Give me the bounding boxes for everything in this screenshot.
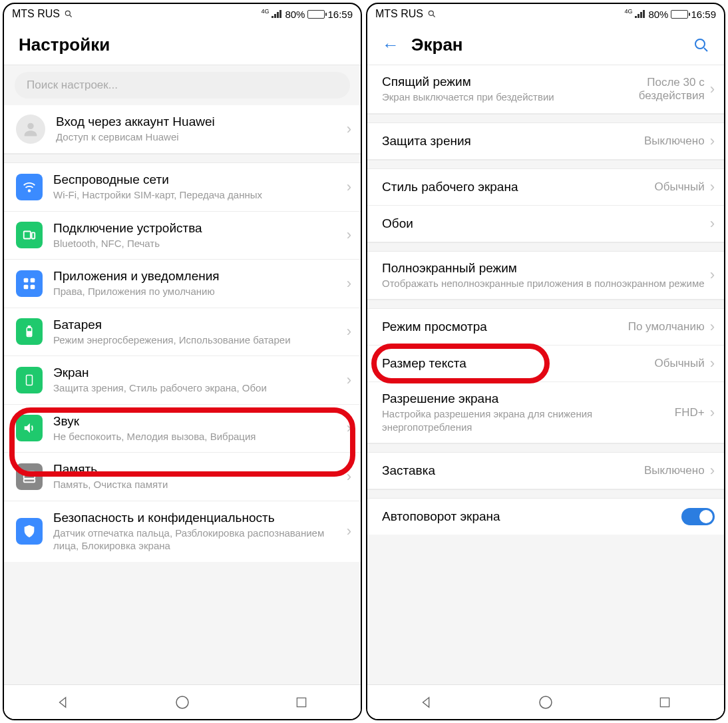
chevron-right-icon: › <box>347 226 351 244</box>
page-title: Экран <box>411 35 681 55</box>
row-sleep[interactable]: Спящий режимЭкран выключается при бездей… <box>367 65 724 114</box>
chevron-right-icon: › <box>710 178 715 196</box>
account-sub: Доступ к сервисам Huawei <box>56 130 341 144</box>
svg-rect-5 <box>32 233 35 239</box>
chevron-right-icon: › <box>347 120 351 138</box>
nav-bar <box>367 684 724 719</box>
settings-row-apps[interactable]: Приложения и уведомленияПрава, Приложени… <box>4 260 361 308</box>
chevron-right-icon: › <box>710 404 715 421</box>
svg-rect-15 <box>24 475 35 479</box>
chevron-right-icon: › <box>347 371 351 389</box>
battery-icon <box>671 10 688 19</box>
page-header: ← Экран <box>367 23 724 65</box>
display-content: Спящий режимЭкран выключается при бездей… <box>367 65 724 684</box>
display-icon <box>16 367 43 393</box>
network-type: 4G <box>261 8 269 15</box>
row-value: После 30 с бездействия <box>598 76 705 103</box>
row-wallpaper[interactable]: Обои › <box>367 206 724 242</box>
nav-bar <box>4 684 361 719</box>
settings-row-storage[interactable]: ПамятьПамять, Очистка памяти › <box>4 453 361 501</box>
phone-right: MTS RUS 4G 80% 16:59 ← Экран Спящий режи… <box>366 3 725 720</box>
chevron-right-icon: › <box>710 355 715 372</box>
clock: 16:59 <box>691 9 716 20</box>
home-button[interactable] <box>537 694 554 711</box>
chevron-right-icon: › <box>710 132 715 150</box>
row-text-size[interactable]: Размер текста Обычный › <box>367 346 724 382</box>
search-input[interactable]: Поиск настроек... <box>15 72 350 99</box>
search-icon[interactable] <box>693 37 709 53</box>
row-screensaver[interactable]: Заставка Выключено › <box>367 453 724 489</box>
recent-button[interactable] <box>656 694 673 711</box>
svg-rect-18 <box>297 698 305 706</box>
settings-row-display[interactable]: ЭкранЗащита зрения, Стиль рабочего экран… <box>4 356 361 405</box>
row-home-style[interactable]: Стиль рабочего экрана Обычный › <box>367 169 724 206</box>
back-arrow-icon[interactable]: ← <box>382 35 399 55</box>
statusbar: MTS RUS 4G 80% 16:59 <box>4 4 361 23</box>
svg-point-2 <box>27 123 33 129</box>
row-eye-comfort[interactable]: Защита зрения Выключено › <box>367 123 724 160</box>
clock: 16:59 <box>327 9 353 20</box>
chevron-right-icon: › <box>347 178 351 196</box>
svg-line-20 <box>433 15 435 17</box>
back-button[interactable] <box>55 694 72 711</box>
row-resolution[interactable]: Разрешение экранаНастройка разрешения эк… <box>367 382 724 443</box>
svg-line-22 <box>704 48 707 51</box>
network-type: 4G <box>624 8 632 15</box>
row-autorotate[interactable]: Автоповорот экрана <box>367 499 724 535</box>
settings-row-battery[interactable]: БатареяРежим энергосбережения, Использов… <box>4 308 361 357</box>
carrier-label: MTS RUS <box>12 8 60 20</box>
settings-row-device[interactable]: Подключение устройстваBluetooth, NFC, Пе… <box>4 212 361 260</box>
recent-button[interactable] <box>293 694 310 711</box>
chevron-right-icon: › <box>347 468 351 485</box>
home-button[interactable] <box>174 694 191 711</box>
battery-pct: 80% <box>648 9 668 20</box>
svg-rect-14 <box>24 471 35 475</box>
account-title: Вход через аккаунт Huawei <box>56 115 341 129</box>
row-fullscreen[interactable]: Полноэкранный режимОтображать неполноэкр… <box>367 252 724 300</box>
row-view-mode[interactable]: Режим просмотра По умолчанию › <box>367 309 724 346</box>
statusbar: MTS RUS 4G 80% 16:59 <box>367 4 724 23</box>
svg-point-0 <box>65 11 70 15</box>
svg-point-17 <box>176 696 188 708</box>
signal-icon <box>635 10 645 19</box>
settings-row-security[interactable]: Безопасность и конфиденциальностьДатчик … <box>4 501 361 562</box>
svg-rect-13 <box>27 375 33 385</box>
battery-icon <box>16 318 43 345</box>
account-row[interactable]: Вход через аккаунт Huawei Доступ к серви… <box>4 105 361 154</box>
battery-icon <box>307 10 325 19</box>
toggle-switch[interactable] <box>681 508 715 525</box>
svg-rect-12 <box>28 332 31 336</box>
page-header: Настройки <box>4 23 361 65</box>
svg-rect-8 <box>24 284 29 289</box>
page-title: Настройки <box>19 35 346 55</box>
device-icon <box>16 222 43 248</box>
svg-point-19 <box>429 11 433 15</box>
chevron-right-icon: › <box>710 81 715 98</box>
shield-icon <box>16 518 43 545</box>
signal-icon <box>272 10 282 19</box>
chevron-right-icon: › <box>347 323 351 340</box>
svg-point-21 <box>695 39 705 49</box>
battery-pct: 80% <box>285 9 305 20</box>
search-icon <box>427 9 437 19</box>
settings-content: Поиск настроек... Вход через аккаунт Hua… <box>4 65 361 684</box>
phone-left: MTS RUS 4G 80% 16:59 Настройки Поиск нас… <box>3 3 362 720</box>
svg-rect-11 <box>29 326 31 328</box>
search-icon <box>64 9 73 19</box>
wifi-icon <box>16 174 43 200</box>
chevron-right-icon: › <box>710 266 715 284</box>
chevron-right-icon: › <box>710 462 715 479</box>
svg-point-23 <box>540 696 552 708</box>
back-button[interactable] <box>418 694 435 711</box>
chevron-right-icon: › <box>710 318 715 336</box>
chevron-right-icon: › <box>710 215 715 232</box>
svg-rect-7 <box>31 278 35 282</box>
svg-line-1 <box>70 15 72 17</box>
chevron-right-icon: › <box>347 523 351 540</box>
avatar-icon <box>16 115 45 144</box>
settings-row-wireless[interactable]: Беспроводные сетиWi-Fi, Настройки SIM-ка… <box>4 163 361 212</box>
settings-row-sound[interactable]: ЗвукНе беспокоить, Мелодия вызова, Вибра… <box>4 405 361 453</box>
svg-rect-16 <box>24 479 35 482</box>
chevron-right-icon: › <box>347 275 351 292</box>
svg-rect-6 <box>24 278 29 282</box>
